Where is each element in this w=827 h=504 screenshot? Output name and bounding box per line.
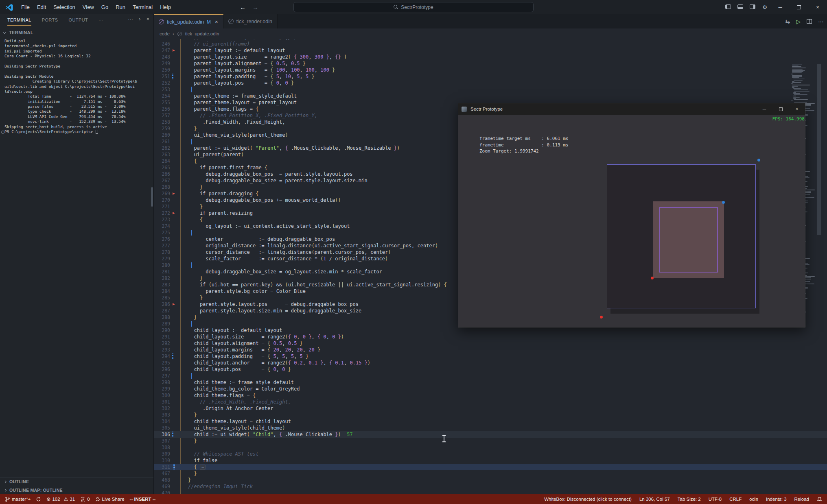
code-line-246[interactable]: 246 // ui_parent(frame) <box>154 41 827 47</box>
code-line-291[interactable]: 291 child_layout.size = range2({ 0, 0 },… <box>154 334 827 340</box>
forward-icon[interactable]: → <box>252 4 258 11</box>
panel-tabs-more-icon[interactable]: ⋯ <box>98 17 103 23</box>
gutter-marker[interactable] <box>170 255 188 262</box>
sectr-prototype-window[interactable]: Sectr Prototype ─ × FPS: 164.998 frameti… <box>458 103 805 327</box>
editor-scrollbar[interactable] <box>817 64 821 235</box>
code-line-303[interactable]: 303 } <box>154 412 827 418</box>
child-debug-box[interactable] <box>653 201 724 278</box>
gutter-marker[interactable] <box>170 444 188 451</box>
gutter-marker[interactable] <box>170 229 188 236</box>
menu-terminal[interactable]: Terminal <box>129 2 156 12</box>
gutter-marker[interactable] <box>170 379 188 386</box>
status-language-mode[interactable]: odin <box>749 497 758 502</box>
menu-selection[interactable]: Selection <box>50 2 79 12</box>
panel-tab-output[interactable]: OUTPUT <box>69 15 88 25</box>
gutter-marker[interactable] <box>170 197 188 203</box>
gutter-marker[interactable] <box>170 457 188 464</box>
status-reload[interactable]: Reload <box>794 497 809 502</box>
code-line-467[interactable]: 467 } <box>154 470 827 477</box>
gutter-marker[interactable] <box>170 464 188 470</box>
breadcrumb-folder[interactable]: code <box>160 31 170 36</box>
status-eol[interactable]: CRLF <box>729 497 742 502</box>
gutter-marker[interactable] <box>170 262 188 268</box>
terminal-output[interactable]: Build.ps1incremental_checks.ps1 imported… <box>0 39 151 463</box>
panel-close-icon[interactable]: × <box>146 16 149 22</box>
gutter-marker[interactable] <box>170 412 188 418</box>
gutter-marker[interactable] <box>170 93 188 99</box>
corner-handle-dot[interactable] <box>757 159 760 161</box>
code-line-292[interactable]: 292 child_layout.alignment = { 0.5, 0.5 … <box>154 340 827 347</box>
sync-indicator[interactable] <box>36 497 41 502</box>
status-encoding[interactable]: UTF-8 <box>709 497 722 502</box>
gutter-marker[interactable] <box>170 438 188 444</box>
code-line-293[interactable]: 293 child_layout.margins = { 20, 20, 20,… <box>154 347 827 353</box>
menu-view[interactable]: View <box>79 2 98 12</box>
gutter-marker[interactable] <box>170 425 188 431</box>
panel-tab-ports[interactable]: PORTS <box>42 15 58 25</box>
code-line-251[interactable]: 251 parent_layout.padding = { 5, 10, 5, … <box>154 73 827 80</box>
code-line-307[interactable]: 307 } <box>154 438 827 444</box>
toggle-secondary-sidebar-icon[interactable] <box>746 4 759 10</box>
toggle-sidebar-icon[interactable] <box>722 4 734 10</box>
menu-help[interactable]: Help <box>156 2 175 12</box>
code-line-310[interactable]: 310 if false <box>154 457 827 464</box>
tab-close-icon[interactable]: × <box>215 19 218 25</box>
ports-indicator[interactable]: 0 <box>80 497 90 502</box>
gutter-marker[interactable] <box>170 47 188 54</box>
vim-mode-indicator[interactable]: -- INSERT -- <box>130 497 156 502</box>
app-titlebar[interactable]: Sectr Prototype ─ × <box>458 103 805 115</box>
code-line-305[interactable]: 305 ui_theme_via_style(child_theme) <box>154 425 827 431</box>
problems-indicator[interactable]: ⊗ 102 ⚠ 31 <box>46 497 75 502</box>
command-search-box[interactable]: SectrPrototype <box>293 2 534 12</box>
gutter-marker[interactable] <box>170 431 188 438</box>
code-line-247[interactable]: 247 parent_layout := default_layout <box>154 47 827 54</box>
more-actions-icon[interactable]: ⋯ <box>818 18 824 25</box>
git-branch-indicator[interactable]: master*+ <box>5 497 31 502</box>
code-line-296[interactable]: 296 child_layout.pos = { 0, 0 } <box>154 366 827 373</box>
gutter-marker[interactable] <box>170 80 188 86</box>
code-line-299[interactable]: 299 child_theme.bg_color = Color_GreyRed <box>154 386 827 392</box>
gutter-marker[interactable] <box>170 236 188 242</box>
code-line-294[interactable]: 294 child_layout.padding = { 5, 5, 5, 5 … <box>154 353 827 360</box>
code-line-300[interactable]: 300 child_theme.flags = { <box>154 392 827 399</box>
gutter-marker[interactable] <box>170 223 188 229</box>
gutter-marker[interactable] <box>170 125 188 132</box>
gutter-marker[interactable] <box>170 119 188 125</box>
back-icon[interactable]: ← <box>240 4 246 11</box>
gutter-marker[interactable] <box>170 314 188 321</box>
gutter-marker[interactable] <box>170 399 188 405</box>
gutter-marker[interactable] <box>170 386 188 392</box>
gutter-marker[interactable] <box>170 301 188 308</box>
menu-run[interactable]: Run <box>112 2 129 12</box>
gutter-marker[interactable] <box>170 321 188 327</box>
breadcrumb[interactable]: code › tick_update.odin <box>154 28 827 39</box>
gutter-marker[interactable] <box>170 164 188 171</box>
live-share-button[interactable]: Live Share <box>95 497 125 502</box>
gutter-marker[interactable] <box>170 392 188 399</box>
corner-handle-dot[interactable] <box>722 201 725 204</box>
gutter-marker[interactable] <box>170 451 188 457</box>
corner-handle-dot[interactable] <box>651 277 654 279</box>
gutter-marker[interactable] <box>170 281 188 288</box>
gutter-marker[interactable] <box>170 112 188 119</box>
gutter-marker[interactable] <box>170 54 188 60</box>
gutter-marker[interactable] <box>170 86 188 93</box>
code-line-301[interactable]: 301 // .Fixed_Width, .Fixed_Height, <box>154 399 827 405</box>
code-line-254[interactable]: 254 parent_theme := frame_style_default <box>154 93 827 99</box>
menu-go[interactable]: Go <box>98 2 112 12</box>
code-line-253[interactable]: 253 <box>154 86 827 93</box>
code-line-295[interactable]: 295 child_layout.anchor = range2({ 0.2, … <box>154 360 827 366</box>
gutter-marker[interactable] <box>170 288 188 295</box>
gutter-marker[interactable] <box>170 190 188 197</box>
gutter-marker[interactable] <box>170 151 188 158</box>
gutter-marker[interactable] <box>170 470 188 477</box>
code-line-297[interactable]: 297 <box>154 373 827 379</box>
code-line-309[interactable]: 309 // Whitespace AST test <box>154 451 827 457</box>
breadcrumb-file[interactable]: tick_update.odin <box>185 31 219 36</box>
gutter-marker[interactable] <box>170 132 188 138</box>
gutter-marker[interactable] <box>170 171 188 177</box>
gutter-marker[interactable] <box>170 340 188 347</box>
panel-scrollbar[interactable] <box>151 187 153 207</box>
gutter-marker[interactable] <box>170 477 188 483</box>
gutter-marker[interactable] <box>170 73 188 80</box>
